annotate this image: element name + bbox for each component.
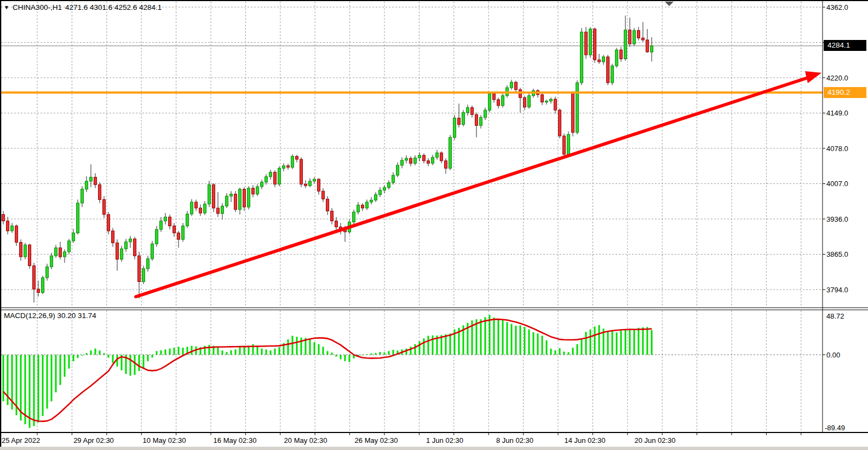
candle-body-up (418, 155, 421, 158)
candle-body-up (256, 187, 259, 194)
candle-body-up (265, 177, 268, 182)
candle-body-up (611, 66, 614, 83)
time-axis-label: 25 Apr 2022 (2, 436, 40, 445)
candle-body-down (112, 231, 114, 243)
candle-body-down (541, 95, 544, 102)
candle-body-up (651, 46, 653, 52)
candle-body-up (85, 181, 88, 189)
candle-body-down (440, 153, 443, 161)
candle-body-up (64, 252, 66, 257)
candle-body-up (142, 269, 145, 282)
macd-bar (581, 338, 583, 355)
orange-hline-price-tag: 4190.2 (824, 87, 866, 98)
macd-bar (64, 355, 66, 377)
macd-bar (642, 327, 644, 355)
candle-body-down (234, 194, 237, 210)
candle-body-up (401, 160, 404, 165)
macd-bar (112, 355, 114, 363)
candle-body-down (33, 266, 36, 289)
price-axis-label: 4007.0 (826, 180, 848, 188)
candle-body-down (572, 92, 574, 132)
candle-body-up (379, 190, 382, 194)
candle-body-down (195, 202, 198, 208)
candle-body-up (589, 29, 592, 55)
macd-bar (77, 355, 79, 358)
candle-body-up (392, 175, 395, 183)
macd-bar (585, 332, 587, 355)
macd-bar (388, 351, 390, 355)
symbol-dropdown-icon[interactable]: ▼ (4, 5, 9, 10)
candle-body-down (335, 221, 338, 227)
macd-bar (174, 348, 175, 355)
macd-bar (493, 318, 495, 355)
candle-body-down (642, 38, 645, 40)
candle-body-down (7, 221, 9, 231)
macd-bar (231, 350, 232, 355)
price-axis-label: 4362.0 (826, 3, 848, 11)
candle-body-up (182, 226, 185, 240)
macd-bar (450, 333, 451, 355)
candle-body-up (226, 196, 228, 206)
candle-body-down (637, 31, 640, 38)
chart-canvas[interactable]: 4362.04220.04149.04078.04007.03936.03865… (0, 0, 868, 450)
candle-body-up (90, 177, 93, 181)
macd-bar (607, 331, 609, 355)
macd-bar (3, 355, 4, 401)
macd-bar (612, 331, 613, 355)
candle-body-down (20, 243, 22, 257)
candle-body-down (331, 211, 334, 221)
candle-body-up (388, 183, 390, 188)
macd-bar (130, 355, 131, 376)
macd-bar (279, 347, 280, 355)
candle-body-up (353, 212, 355, 222)
macd-bar (349, 355, 350, 362)
candle-body-up (370, 200, 373, 202)
candle-body-up (156, 229, 158, 244)
macd-bar (165, 349, 166, 355)
macd-bar (599, 325, 600, 355)
price-axis-label: 4220.0 (826, 74, 848, 82)
macd-bar (266, 349, 267, 355)
candle-body-up (55, 248, 58, 256)
macd-bar (139, 355, 140, 371)
candle-body-up (567, 135, 570, 154)
candle-body-up (147, 259, 150, 269)
candle-body-down (212, 184, 215, 208)
candle-body-up (283, 166, 285, 169)
macd-bar (445, 334, 447, 355)
macd-bar (331, 353, 333, 355)
candle-body-up (405, 158, 408, 160)
price-axis-label: 4078.0 (826, 145, 848, 153)
macd-bar (428, 336, 429, 355)
macd-bar (143, 355, 145, 368)
candle-body-up (50, 256, 53, 267)
candle-body-up (77, 203, 79, 233)
candle-body-down (458, 118, 461, 125)
macd-bar (191, 346, 193, 355)
candle-body-down (475, 114, 478, 125)
candle-body-down (134, 239, 136, 256)
macd-bar (520, 325, 521, 355)
candle-body-down (326, 199, 329, 211)
candle-body-up (510, 82, 513, 88)
candle-body-down (620, 50, 623, 59)
time-axis-label: 20 May 02:30 (284, 436, 327, 445)
candle-body-up (528, 96, 531, 107)
candle-body-down (607, 57, 610, 83)
macd-bar (515, 326, 517, 355)
macd-bar (577, 344, 578, 355)
candle-body-down (524, 97, 526, 107)
macd-bar (559, 348, 561, 355)
macd-bar (384, 353, 386, 355)
time-axis-label: 1 Jun 02:30 (426, 436, 463, 445)
macd-bar (178, 347, 180, 355)
macd-bar (594, 327, 596, 355)
candle-body-up (230, 194, 233, 197)
macd-bar (410, 347, 412, 355)
macd-bar (406, 349, 407, 355)
macd-bar (108, 355, 110, 357)
candle-body-down (629, 30, 631, 44)
macd-bar (380, 352, 381, 355)
macd-bar (502, 320, 504, 355)
macd-bar (524, 327, 526, 355)
